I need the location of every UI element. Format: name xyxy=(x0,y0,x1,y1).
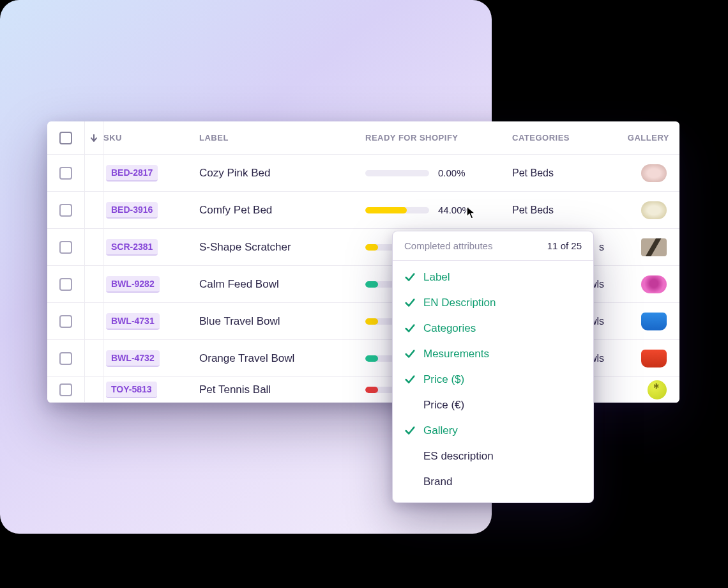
sku-chip[interactable]: BWL-4731 xyxy=(106,313,160,330)
row-divider xyxy=(84,155,103,191)
product-label: Blue Travel Bowl xyxy=(199,315,365,328)
popover-count: 11 of 25 xyxy=(547,240,582,251)
attribute-item: Categories xyxy=(404,317,582,340)
product-label: S-Shape Scratcher xyxy=(199,241,365,254)
attribute-label: Price ($) xyxy=(423,373,464,386)
progress-fill xyxy=(365,318,378,325)
attribute-label: EN Description xyxy=(423,297,496,309)
attribute-label: Label xyxy=(423,271,450,284)
sort-column[interactable] xyxy=(84,121,103,154)
popover-title: Completed attributes xyxy=(404,240,492,251)
attribute-item: Brand xyxy=(404,470,582,493)
row-checkbox[interactable] xyxy=(59,204,72,217)
categories-cell: Pet Beds xyxy=(512,205,608,216)
table-header-row: SKU LABEL READY FOR SHOPIFY CATEGORIES G… xyxy=(47,121,679,155)
product-label: Calm Feed Bowl xyxy=(199,278,365,291)
product-label: Comfy Pet Bed xyxy=(199,204,365,217)
progress-percent: 0.00% xyxy=(438,167,466,178)
attribute-item: EN Description xyxy=(404,291,582,314)
progress-fill xyxy=(365,244,378,251)
sku-chip[interactable]: SCR-2381 xyxy=(106,239,158,256)
row-checkbox[interactable] xyxy=(59,315,72,328)
sku-chip[interactable]: BWL-9282 xyxy=(106,276,160,293)
table-row[interactable]: BED-3916Comfy Pet Bed44.00%Pet Beds xyxy=(47,192,679,229)
header-ready[interactable]: READY FOR SHOPIFY xyxy=(365,133,512,143)
row-checkbox[interactable] xyxy=(59,383,72,396)
progress-fill xyxy=(365,387,378,393)
product-label: Cozy Pink Bed xyxy=(199,167,365,180)
attribute-item: Gallery xyxy=(404,419,582,442)
row-checkbox[interactable] xyxy=(59,352,72,365)
gallery-thumbnail[interactable] xyxy=(641,275,667,293)
row-divider xyxy=(84,192,103,228)
select-all-checkbox[interactable] xyxy=(59,132,72,144)
sku-chip[interactable]: TOY-5813 xyxy=(106,382,157,398)
check-icon xyxy=(404,374,416,385)
row-divider xyxy=(84,229,103,265)
progress-fill xyxy=(365,207,407,213)
attribute-label: Price (€) xyxy=(423,399,464,412)
progress-fill xyxy=(365,355,378,362)
product-label: Orange Travel Bowl xyxy=(199,352,365,365)
sku-chip[interactable]: BWL-4732 xyxy=(106,350,160,367)
row-checkbox[interactable] xyxy=(59,278,72,291)
gallery-thumbnail[interactable] xyxy=(648,380,667,399)
attribute-item: Price ($) xyxy=(404,368,582,391)
progress-bar[interactable] xyxy=(365,170,429,176)
progress-fill xyxy=(365,281,378,288)
attribute-item: Mesurements xyxy=(404,343,582,366)
row-divider xyxy=(84,266,103,302)
attribute-label: Brand xyxy=(423,476,452,488)
sku-chip[interactable]: BED-3916 xyxy=(106,202,158,219)
header-sku[interactable]: SKU xyxy=(103,133,199,143)
check-icon xyxy=(404,348,416,360)
check-icon xyxy=(404,425,416,437)
table-row[interactable]: BED-2817Cozy Pink Bed0.00%Pet Beds xyxy=(47,155,679,192)
header-categories[interactable]: CATEGORIES xyxy=(512,133,608,143)
row-checkbox[interactable] xyxy=(59,167,72,180)
attribute-item: Label xyxy=(404,266,582,289)
gallery-thumbnail[interactable] xyxy=(641,313,667,330)
progress-cell: 44.00% xyxy=(365,205,512,215)
attribute-label: Gallery xyxy=(423,424,458,437)
row-divider xyxy=(84,340,103,376)
header-label[interactable]: LABEL xyxy=(199,133,365,143)
attribute-item: ES description xyxy=(404,445,582,468)
gallery-thumbnail[interactable] xyxy=(641,201,667,219)
gallery-thumbnail[interactable] xyxy=(641,350,667,368)
attribute-label: Categories xyxy=(423,322,476,335)
header-gallery[interactable]: GALLERY xyxy=(608,133,679,143)
progress-percent: 44.00% xyxy=(438,205,471,215)
check-icon xyxy=(404,323,416,334)
attribute-list: LabelEN DescriptionCategoriesMesurements… xyxy=(393,261,593,502)
popover-header: Completed attributes 11 of 25 xyxy=(393,231,593,261)
row-divider xyxy=(84,377,103,402)
progress-bar[interactable] xyxy=(365,207,429,213)
attribute-item: Price (€) xyxy=(404,394,582,417)
gallery-thumbnail[interactable] xyxy=(641,238,667,256)
progress-cell: 0.00% xyxy=(365,167,512,178)
sort-descending-icon xyxy=(89,133,99,143)
product-label: Pet Tennis Ball xyxy=(199,383,365,396)
check-icon xyxy=(404,272,416,283)
completed-attributes-popover: Completed attributes 11 of 25 LabelEN De… xyxy=(392,231,594,503)
row-divider xyxy=(84,303,103,339)
attribute-label: Mesurements xyxy=(423,348,489,360)
sku-chip[interactable]: BED-2817 xyxy=(106,165,158,182)
check-icon xyxy=(404,297,416,309)
attribute-label: ES description xyxy=(423,450,494,463)
gallery-thumbnail[interactable] xyxy=(641,164,667,182)
categories-cell: Pet Beds xyxy=(512,167,608,179)
row-checkbox[interactable] xyxy=(59,241,72,254)
